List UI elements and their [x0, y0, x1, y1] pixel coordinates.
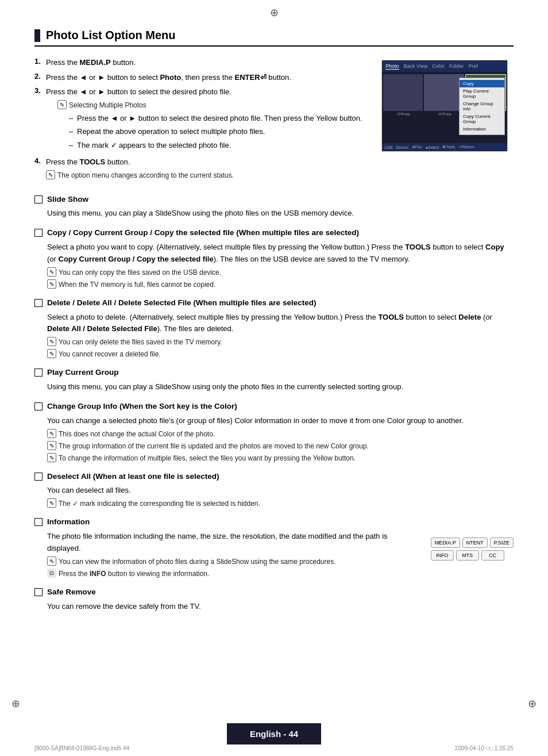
screenshot-mockup: Photo Back View Color Folder Pref — [381, 60, 508, 152]
remote-cc: CC — [481, 550, 504, 561]
change-note-3: ✎ To change the information of multiple … — [47, 453, 514, 463]
section-delete: Delete / Delete All / Delete Selected Fi… — [34, 298, 514, 359]
info-note-1: ✎ You can view the information of photo … — [47, 557, 422, 567]
btn-return: ↩Return — [459, 145, 474, 149]
footer-badge: English - 44 — [227, 723, 321, 745]
note-icon: ✎ — [57, 100, 67, 109]
section-information-body: The photo file information including the… — [47, 531, 422, 579]
section-safe-remove-title: Safe Remove — [47, 587, 96, 598]
tab-pref: Pref — [468, 63, 478, 69]
delete-note-2: ✎ You cannot recover a deleted file. — [47, 349, 514, 359]
remote-mediap: MEDIA.P — [431, 538, 460, 548]
section-copy-body: Select a photo you want to copy. (Altern… — [47, 241, 514, 290]
tab-folder: Folder — [449, 63, 464, 69]
section-information-heading: Information — [34, 517, 514, 528]
section-copy-title: Copy / Copy Current Group / Copy the sel… — [47, 228, 359, 239]
page-footer: English - 44 — [0, 723, 548, 745]
checkbox-icon — [34, 195, 43, 204]
section-deselect-body: You can deselect all files. ✎ The ✓ mark… — [47, 485, 514, 509]
btn-tools: ✤Tools — [442, 145, 455, 149]
context-menu: Copy Play Current Group Change Group Inf… — [459, 78, 505, 135]
btn-usb: USB — [384, 145, 392, 149]
section-slide-show: Slide Show Using this menu, you can play… — [34, 194, 514, 220]
checkbox-icon-deselect — [34, 473, 43, 481]
note-icon-copy2: ✎ — [47, 279, 56, 289]
menu-play: Play Current Group — [460, 87, 504, 100]
section-safe-remove-body: You can remove the device safely from th… — [47, 601, 514, 613]
crosshair-bottom-right-icon — [528, 697, 537, 710]
remote-ntent: NTENT — [462, 538, 488, 548]
checkbox-icon-info — [34, 518, 43, 526]
section-change-group-body: You can change a selected photo file's (… — [47, 415, 514, 463]
dash-list: Press the ◄ or ► button to select the de… — [69, 113, 370, 151]
note-icon-info2: ⊡ — [47, 569, 56, 578]
screenshot-inner: 1234.jpg 1233.jpg 1234.jpg Copy Play Cur… — [382, 72, 507, 151]
menu-copy: Copy — [460, 80, 504, 87]
note-icon-change3: ✎ — [47, 453, 56, 462]
crosshair-top-icon — [268, 7, 280, 18]
note-icon-change1: ✎ — [47, 429, 56, 438]
dash-item-3: The mark ✓ appears to the selected photo… — [69, 140, 370, 151]
checkbox-icon-play — [34, 369, 43, 377]
checkbox-icon-delete — [34, 299, 43, 307]
step-4: 4. Press the TOOLS button. ✎ The option … — [34, 156, 370, 181]
section-title-bar: Photo List Option Menu — [34, 29, 514, 47]
step-3-note: ✎ Selecting Multiple Photos — [57, 100, 370, 110]
checkbox-icon-safe — [34, 588, 43, 596]
step-4-note: ✎ The option menu changes according to t… — [46, 170, 370, 181]
section-play-group: Play Current Group Using this menu, you … — [34, 367, 514, 393]
remote-row-1: MEDIA.P NTENT P.SIZE — [431, 538, 514, 548]
step-2: 2. Press the ◄ or ► button to select Pho… — [34, 72, 370, 83]
checkbox-icon-copy — [34, 229, 43, 237]
section-copy: Copy / Copy Current Group / Copy the sel… — [34, 228, 514, 289]
remote-mockup: MEDIA.P NTENT P.SIZE INFO MTS CC — [431, 533, 514, 579]
screenshot-bottom: USB Device ★Fav ●Select ✤Tools ↩Return — [382, 143, 507, 151]
section-slide-show-heading: Slide Show — [34, 194, 514, 205]
note-icon-deselect1: ✎ — [47, 498, 56, 508]
tab-color: Color — [432, 63, 445, 69]
main-content: 1. Press the MEDIA.P button. 2. Press th… — [34, 57, 514, 186]
section-change-group: Change Group Info (When the Sort key is … — [34, 401, 514, 463]
section-play-group-heading: Play Current Group — [34, 367, 514, 378]
section-delete-heading: Delete / Delete All / Delete Selected Fi… — [34, 298, 514, 309]
section-play-group-body: Using this menu, you can play a SlideSho… — [47, 381, 514, 393]
note-icon-info1: ✎ — [47, 557, 56, 566]
dash-item-2: Repeat the above operation to select mul… — [69, 126, 370, 137]
note-icon-step4: ✎ — [46, 170, 55, 179]
section-delete-body: Select a photo to delete. (Alternatively… — [47, 312, 514, 360]
section-change-group-heading: Change Group Info (When the Sort key is … — [34, 401, 514, 412]
section-safe-remove-heading: Safe Remove — [34, 587, 514, 598]
copy-note-1: ✎ You can only copy the files saved on t… — [47, 267, 514, 278]
info-section-inner: The photo file information including the… — [34, 531, 514, 579]
footer-left: [8000-SA]BN68-01988G-Eng.indb 44 — [34, 745, 129, 751]
step-3: 3. Press the ◄ or ► button to select the… — [34, 86, 370, 153]
btn-fav: ★Fav — [412, 145, 422, 149]
dash-item-1: Press the ◄ or ► button to select the de… — [69, 113, 370, 124]
remote-psize: P.SIZE — [490, 538, 514, 548]
section-delete-title: Delete / Delete All / Delete Selected Fi… — [47, 298, 316, 309]
tab-photo: Photo — [385, 63, 399, 70]
menu-change: Change Group Info — [460, 100, 504, 113]
change-note-2: ✎ The group information of the current f… — [47, 441, 514, 451]
change-note-1: ✎ This does not change the actual Color … — [47, 429, 514, 439]
section-play-group-title: Play Current Group — [47, 367, 119, 378]
btn-device: Device — [396, 145, 408, 149]
section-copy-heading: Copy / Copy Current Group / Copy the sel… — [34, 228, 514, 239]
steps-list: 1. Press the MEDIA.P button. 2. Press th… — [34, 57, 370, 181]
section-deselect-heading: Deselect All (When at least one file is … — [34, 471, 514, 482]
section-information-title: Information — [47, 517, 90, 528]
deselect-note-1: ✎ The ✓ mark indicating the correspondin… — [47, 498, 514, 509]
btn-select: ●Select — [425, 145, 439, 149]
menu-info: Information — [460, 125, 504, 133]
note-icon-copy1: ✎ — [47, 267, 56, 277]
note-icon-change2: ✎ — [47, 441, 56, 450]
step-3-sub: ✎ Selecting Multiple Photos Press the ◄ … — [57, 100, 370, 151]
section-slide-show-title: Slide Show — [47, 194, 88, 205]
section-change-group-title: Change Group Info (When the Sort key is … — [47, 401, 237, 412]
remote-buttons: MEDIA.P NTENT P.SIZE INFO MTS CC — [431, 538, 514, 561]
tab-backvew: Back View — [404, 63, 428, 69]
text-content: 1. Press the MEDIA.P button. 2. Press th… — [34, 57, 370, 186]
page-title: Photo List Option Menu — [46, 29, 176, 42]
section-deselect: Deselect All (When at least one file is … — [34, 471, 514, 509]
info-note-2: ⊡ Press the INFO button to viewing the i… — [47, 569, 422, 579]
